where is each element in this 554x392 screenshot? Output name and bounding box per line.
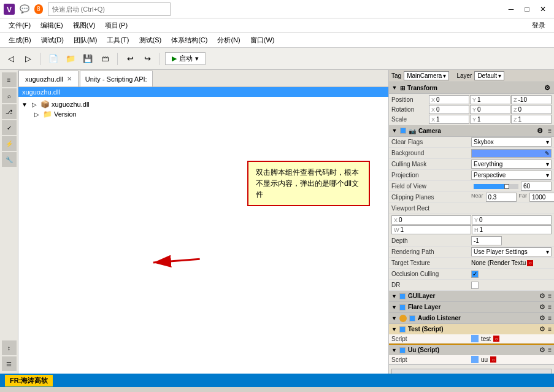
forward-button[interactable]: ▷: [21, 52, 36, 66]
new-file-button[interactable]: 📄: [46, 52, 61, 66]
guilayer-menu[interactable]: ≡: [548, 293, 552, 299]
uu-menu[interactable]: ≡: [548, 347, 552, 353]
sc-y-field[interactable]: Y1: [470, 115, 510, 124]
camera-checkbox[interactable]: [400, 128, 406, 134]
occlusion-checkbox[interactable]: ✓: [471, 271, 479, 278]
tab-xuguozhu[interactable]: xuguozhu.dll ✕: [18, 71, 79, 86]
transform-settings-icon[interactable]: ⚙: [543, 83, 552, 92]
solution-pane: xuguozhu.dll ▼ ▷ 📦 xuguozhu.dll ▷ 📁: [18, 87, 388, 374]
save-all-button[interactable]: 🗃: [98, 52, 112, 66]
add-component-button[interactable]: Add Component: [391, 369, 552, 374]
toolbar: ◁ ▷ 📄 📁 💾 🗃 ↩ ↪ ▶ 启动 ▾: [0, 48, 554, 70]
far-field[interactable]: 1000: [529, 193, 554, 202]
tab-xuguozhu-close[interactable]: ✕: [67, 75, 72, 82]
uu-script-target-btn[interactable]: ○: [490, 356, 496, 363]
menu-edit[interactable]: 编辑(E): [36, 20, 68, 31]
projection-dropdown[interactable]: Perspective ▾: [471, 171, 552, 180]
sidebar-icon-2[interactable]: ⌕: [2, 88, 17, 103]
audio-settings[interactable]: ⚙: [539, 314, 545, 322]
uu-checkbox[interactable]: [399, 347, 406, 353]
tab-unity[interactable]: Unity - Scripting API:: [80, 71, 153, 86]
vp-h-field[interactable]: H1: [472, 225, 552, 234]
flare-menu[interactable]: ≡: [548, 304, 552, 310]
sidebar-icon-bottom-1[interactable]: ↕: [2, 340, 17, 355]
pos-x-field[interactable]: X0: [429, 95, 469, 104]
fov-number[interactable]: 60: [521, 182, 552, 191]
menu-build[interactable]: 生成(B): [4, 34, 36, 46]
sc-z-field[interactable]: Z1: [511, 115, 552, 124]
rendering-path-dropdown[interactable]: Use Player Settings ▾: [471, 247, 552, 256]
uu-script-header[interactable]: ▼ Uu (Script) ⚙ ≡: [389, 345, 554, 355]
menu-debug[interactable]: 调试(D): [36, 34, 69, 46]
clear-flags-dropdown[interactable]: Skybox ▾: [471, 137, 552, 147]
rot-z-field[interactable]: Z0: [511, 105, 552, 114]
flare-layer-header[interactable]: ▼ Flare Layer ⚙ ≡: [389, 302, 554, 312]
menu-file[interactable]: 文件(F): [4, 20, 36, 31]
test-script-header[interactable]: ▼ Test (Script) ⚙ ≡: [389, 324, 554, 334]
menu-tools[interactable]: 工具(T): [102, 34, 134, 46]
vp-y-field[interactable]: Y0: [472, 215, 552, 225]
culling-mask-dropdown[interactable]: Everything ▾: [471, 159, 552, 169]
uu-settings[interactable]: ⚙: [539, 346, 545, 354]
tree-version-folder-icon: 📁: [43, 110, 52, 118]
menu-team[interactable]: 团队(M): [69, 34, 102, 46]
test-settings[interactable]: ⚙: [539, 325, 545, 333]
menu-project[interactable]: 项目(P): [100, 20, 133, 31]
tree-version-item[interactable]: ▷ 📁 Version: [33, 109, 386, 119]
quick-launch-input[interactable]: [48, 2, 171, 16]
vp-x-field[interactable]: X0: [391, 215, 471, 225]
sidebar-icon-1[interactable]: ≡: [2, 72, 17, 87]
guilayer-header[interactable]: ▼ GUILayer ⚙ ≡: [389, 291, 554, 301]
menu-login[interactable]: 登录: [527, 20, 550, 31]
pos-z-field[interactable]: Z-10: [511, 95, 552, 104]
flare-checkbox[interactable]: [399, 304, 406, 310]
layer-dropdown[interactable]: Default ▾: [474, 71, 504, 80]
audio-listener-header[interactable]: ▼ Audio Listener ⚙ ≡: [389, 313, 554, 323]
guilayer-settings[interactable]: ⚙: [539, 292, 545, 300]
redo-button[interactable]: ↪: [140, 52, 155, 66]
start-button[interactable]: ▶ 启动 ▾: [165, 52, 206, 65]
pos-y-field[interactable]: Y1: [470, 95, 510, 104]
background-color-swatch[interactable]: ✎: [471, 149, 552, 158]
menu-window[interactable]: 窗口(W): [245, 34, 280, 46]
clipping-values: Near 0.3 Far 1000: [471, 193, 554, 202]
fov-slider-thumb: [504, 184, 509, 189]
menu-analyze[interactable]: 分析(N): [212, 34, 245, 46]
undo-button[interactable]: ↩: [123, 52, 137, 66]
vp-w-field[interactable]: W1: [391, 225, 471, 234]
back-button[interactable]: ◁: [4, 52, 18, 66]
sidebar-icon-bottom-2[interactable]: ☰: [2, 356, 17, 371]
sc-x-field[interactable]: X1: [429, 115, 469, 124]
rot-y-field[interactable]: Y0: [470, 105, 510, 114]
tree-root-item[interactable]: ▼ ▷ 📦 xuguozhu.dll: [21, 99, 386, 109]
near-field[interactable]: 0.3: [486, 193, 517, 202]
menu-arch[interactable]: 体系结构(C): [166, 34, 212, 46]
maximize-button[interactable]: □: [520, 3, 534, 15]
menu-view[interactable]: 视图(V): [68, 20, 101, 31]
dr-checkbox[interactable]: [471, 282, 479, 289]
flare-settings[interactable]: ⚙: [539, 303, 545, 311]
open-button[interactable]: 📁: [63, 52, 78, 66]
guilayer-checkbox[interactable]: [399, 293, 406, 299]
depth-field[interactable]: -1: [471, 236, 502, 245]
fov-slider[interactable]: [474, 184, 518, 189]
sidebar-icon-3[interactable]: ⎇: [2, 104, 17, 119]
camera-menu-icon[interactable]: ≡: [548, 128, 552, 134]
close-button[interactable]: ✕: [536, 3, 550, 15]
test-checkbox[interactable]: [399, 326, 406, 332]
audio-menu[interactable]: ≡: [548, 315, 552, 321]
target-texture-btn[interactable]: ○: [527, 260, 533, 266]
minimize-button[interactable]: ─: [504, 3, 518, 15]
sidebar-icon-5[interactable]: ⚡: [2, 136, 17, 151]
flare-layer-section: ▼ Flare Layer ⚙ ≡: [389, 302, 554, 313]
menu-test[interactable]: 测试(S): [134, 34, 167, 46]
audio-checkbox[interactable]: [409, 315, 415, 321]
save-button[interactable]: 💾: [80, 52, 95, 66]
camera-settings-icon[interactable]: ⚙: [536, 126, 544, 135]
test-script-target-btn[interactable]: ○: [493, 336, 499, 342]
sidebar-icon-6[interactable]: 🔧: [2, 152, 17, 167]
rot-x-field[interactable]: X0: [429, 105, 469, 114]
sidebar-icon-4[interactable]: ✓: [2, 120, 17, 135]
tag-dropdown[interactable]: MainCamera ▾: [404, 71, 449, 80]
test-menu[interactable]: ≡: [548, 326, 552, 332]
